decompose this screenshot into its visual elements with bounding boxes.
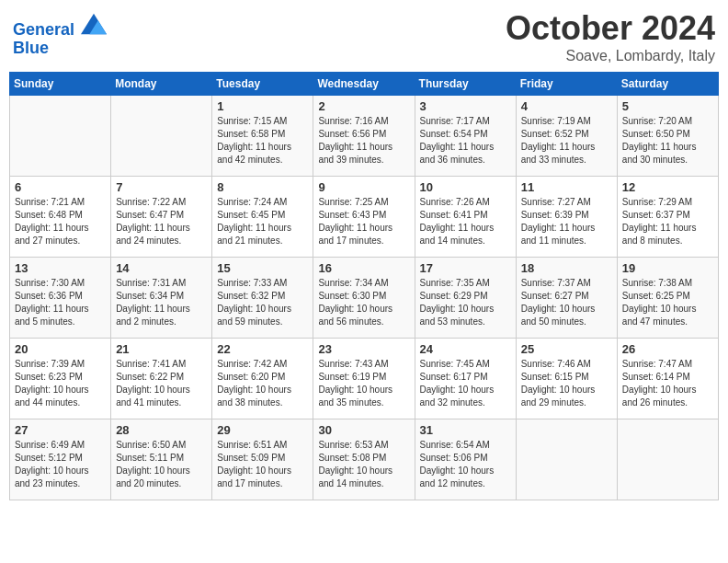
calendar-cell: 23Sunrise: 7:43 AMSunset: 6:19 PMDayligh…	[313, 339, 415, 419]
day-number: 29	[217, 423, 308, 437]
calendar-cell: 2Sunrise: 7:16 AMSunset: 6:56 PMDaylight…	[313, 96, 415, 177]
calendar-cell: 6Sunrise: 7:21 AMSunset: 6:48 PMDaylight…	[10, 177, 111, 258]
header-cell-wednesday: Wednesday	[313, 73, 415, 96]
day-number: 21	[116, 342, 207, 356]
day-number: 14	[116, 261, 207, 275]
day-number: 4	[521, 99, 612, 113]
day-number: 12	[622, 180, 713, 194]
cell-content: Sunrise: 7:17 AMSunset: 6:54 PMDaylight:…	[420, 115, 511, 167]
calendar-cell: 8Sunrise: 7:24 AMSunset: 6:45 PMDaylight…	[212, 177, 313, 258]
calendar-cell	[516, 419, 617, 500]
cell-content: Sunrise: 7:19 AMSunset: 6:52 PMDaylight:…	[521, 115, 612, 167]
title-block: October 2024 Soave, Lombardy, Italy	[506, 9, 715, 64]
day-number: 6	[15, 180, 106, 194]
calendar-cell	[617, 419, 718, 500]
calendar-body: 1Sunrise: 7:15 AMSunset: 6:58 PMDaylight…	[10, 96, 719, 500]
calendar-week-5: 27Sunrise: 6:49 AMSunset: 5:12 PMDayligh…	[10, 419, 719, 500]
day-number: 10	[420, 180, 511, 194]
day-number: 27	[15, 423, 106, 437]
cell-content: Sunrise: 7:47 AMSunset: 6:14 PMDaylight:…	[622, 358, 713, 409]
calendar-cell: 22Sunrise: 7:42 AMSunset: 6:20 PMDayligh…	[212, 339, 313, 419]
calendar-cell: 30Sunrise: 6:53 AMSunset: 5:08 PMDayligh…	[313, 419, 415, 500]
cell-content: Sunrise: 7:43 AMSunset: 6:19 PMDaylight:…	[318, 358, 409, 409]
cell-content: Sunrise: 6:50 AMSunset: 5:11 PMDaylight:…	[116, 439, 207, 490]
cell-content: Sunrise: 7:37 AMSunset: 6:27 PMDaylight:…	[521, 277, 612, 328]
cell-content: Sunrise: 7:21 AMSunset: 6:48 PMDaylight:…	[15, 196, 106, 247]
cell-content: Sunrise: 7:22 AMSunset: 6:47 PMDaylight:…	[116, 196, 207, 247]
cell-content: Sunrise: 7:16 AMSunset: 6:56 PMDaylight:…	[318, 115, 409, 167]
cell-content: Sunrise: 6:53 AMSunset: 5:08 PMDaylight:…	[318, 439, 409, 490]
day-number: 5	[622, 99, 713, 113]
cell-content: Sunrise: 7:29 AMSunset: 6:37 PMDaylight:…	[622, 196, 713, 247]
calendar-cell: 24Sunrise: 7:45 AMSunset: 6:17 PMDayligh…	[415, 339, 516, 419]
day-number: 8	[217, 180, 308, 194]
day-number: 24	[420, 342, 511, 356]
cell-content: Sunrise: 7:27 AMSunset: 6:39 PMDaylight:…	[521, 196, 612, 247]
calendar-cell: 15Sunrise: 7:33 AMSunset: 6:32 PMDayligh…	[212, 258, 313, 339]
calendar-cell: 29Sunrise: 6:51 AMSunset: 5:09 PMDayligh…	[212, 419, 313, 500]
cell-content: Sunrise: 7:45 AMSunset: 6:17 PMDaylight:…	[420, 358, 511, 409]
header-row: SundayMondayTuesdayWednesdayThursdayFrid…	[10, 73, 719, 96]
cell-content: Sunrise: 7:46 AMSunset: 6:15 PMDaylight:…	[521, 358, 612, 409]
cell-content: Sunrise: 7:25 AMSunset: 6:43 PMDaylight:…	[318, 196, 409, 247]
day-number: 16	[318, 261, 409, 275]
header-cell-monday: Monday	[111, 73, 212, 96]
day-number: 7	[116, 180, 207, 194]
cell-content: Sunrise: 7:33 AMSunset: 6:32 PMDaylight:…	[217, 277, 308, 328]
cell-content: Sunrise: 7:34 AMSunset: 6:30 PMDaylight:…	[318, 277, 409, 328]
calendar-week-3: 13Sunrise: 7:30 AMSunset: 6:36 PMDayligh…	[10, 258, 719, 339]
cell-content: Sunrise: 7:41 AMSunset: 6:22 PMDaylight:…	[116, 358, 207, 409]
calendar-cell: 17Sunrise: 7:35 AMSunset: 6:29 PMDayligh…	[415, 258, 516, 339]
day-number: 31	[420, 423, 511, 437]
calendar-cell: 4Sunrise: 7:19 AMSunset: 6:52 PMDaylight…	[516, 96, 617, 177]
cell-content: Sunrise: 7:39 AMSunset: 6:23 PMDaylight:…	[15, 358, 106, 409]
month-title: October 2024	[506, 9, 715, 48]
cell-content: Sunrise: 7:26 AMSunset: 6:41 PMDaylight:…	[420, 196, 511, 247]
day-number: 18	[521, 261, 612, 275]
calendar-week-2: 6Sunrise: 7:21 AMSunset: 6:48 PMDaylight…	[10, 177, 719, 258]
day-number: 11	[521, 180, 612, 194]
header-cell-tuesday: Tuesday	[212, 73, 313, 96]
day-number: 30	[318, 423, 409, 437]
cell-content: Sunrise: 7:38 AMSunset: 6:25 PMDaylight:…	[622, 277, 713, 328]
calendar-cell	[111, 96, 212, 177]
header-cell-saturday: Saturday	[617, 73, 718, 96]
day-number: 28	[116, 423, 207, 437]
location: Soave, Lombardy, Italy	[506, 48, 715, 64]
day-number: 25	[521, 342, 612, 356]
logo-text: General	[13, 13, 107, 40]
day-number: 3	[420, 99, 511, 113]
cell-content: Sunrise: 7:24 AMSunset: 6:45 PMDaylight:…	[217, 196, 308, 247]
day-number: 9	[318, 180, 409, 194]
calendar-cell: 11Sunrise: 7:27 AMSunset: 6:39 PMDayligh…	[516, 177, 617, 258]
cell-content: Sunrise: 7:15 AMSunset: 6:58 PMDaylight:…	[217, 115, 308, 167]
logo-icon	[81, 13, 107, 35]
header-cell-friday: Friday	[516, 73, 617, 96]
header-cell-thursday: Thursday	[415, 73, 516, 96]
day-number: 20	[15, 342, 106, 356]
cell-content: Sunrise: 7:30 AMSunset: 6:36 PMDaylight:…	[15, 277, 106, 328]
cell-content: Sunrise: 6:54 AMSunset: 5:06 PMDaylight:…	[420, 439, 511, 490]
calendar-week-4: 20Sunrise: 7:39 AMSunset: 6:23 PMDayligh…	[10, 339, 719, 419]
day-number: 2	[318, 99, 409, 113]
calendar-cell: 20Sunrise: 7:39 AMSunset: 6:23 PMDayligh…	[10, 339, 111, 419]
day-number: 26	[622, 342, 713, 356]
cell-content: Sunrise: 6:51 AMSunset: 5:09 PMDaylight:…	[217, 439, 308, 490]
calendar-week-1: 1Sunrise: 7:15 AMSunset: 6:58 PMDaylight…	[10, 96, 719, 177]
cell-content: Sunrise: 7:31 AMSunset: 6:34 PMDaylight:…	[116, 277, 207, 328]
cell-content: Sunrise: 7:42 AMSunset: 6:20 PMDaylight:…	[217, 358, 308, 409]
cell-content: Sunrise: 7:20 AMSunset: 6:50 PMDaylight:…	[622, 115, 713, 167]
calendar-cell: 16Sunrise: 7:34 AMSunset: 6:30 PMDayligh…	[313, 258, 415, 339]
calendar-table: SundayMondayTuesdayWednesdayThursdayFrid…	[9, 72, 719, 500]
cell-content: Sunrise: 7:35 AMSunset: 6:29 PMDaylight:…	[420, 277, 511, 328]
calendar-header: SundayMondayTuesdayWednesdayThursdayFrid…	[10, 73, 719, 96]
calendar-cell: 27Sunrise: 6:49 AMSunset: 5:12 PMDayligh…	[10, 419, 111, 500]
logo: General Blue	[13, 13, 107, 58]
calendar-cell: 7Sunrise: 7:22 AMSunset: 6:47 PMDaylight…	[111, 177, 212, 258]
calendar-cell: 9Sunrise: 7:25 AMSunset: 6:43 PMDaylight…	[313, 177, 415, 258]
day-number: 22	[217, 342, 308, 356]
calendar-cell: 31Sunrise: 6:54 AMSunset: 5:06 PMDayligh…	[415, 419, 516, 500]
day-number: 19	[622, 261, 713, 275]
calendar-cell: 19Sunrise: 7:38 AMSunset: 6:25 PMDayligh…	[617, 258, 718, 339]
calendar-cell: 21Sunrise: 7:41 AMSunset: 6:22 PMDayligh…	[111, 339, 212, 419]
